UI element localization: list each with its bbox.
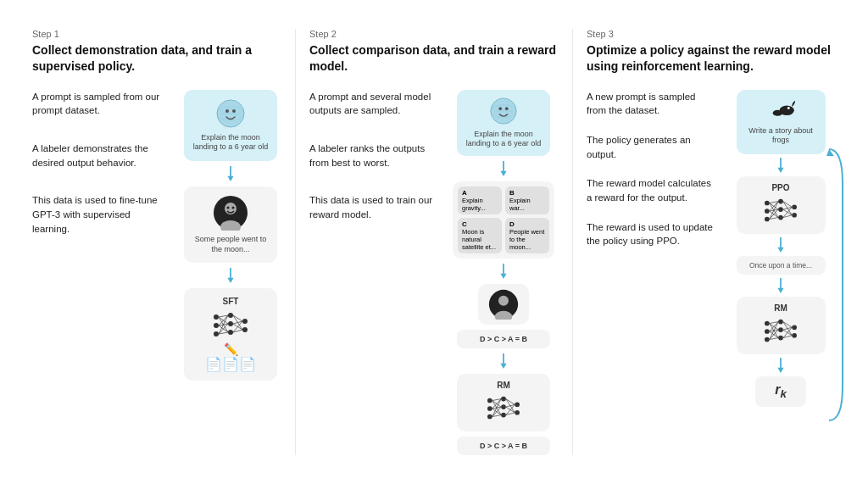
output-c-text: Moon is natural satellite et... xyxy=(462,228,498,251)
step-3-output-card: Once upon a time... xyxy=(737,256,826,275)
step-2-title: Collect comparison data, and train a rew… xyxy=(309,42,559,75)
step-2-ranking-text: D > C > A = B xyxy=(480,335,527,343)
step-2-arrow-2 xyxy=(498,264,509,279)
step-2-labeler-card xyxy=(478,284,529,325)
step-3-rm-label: RM xyxy=(774,303,787,313)
svg-point-107 xyxy=(765,329,770,334)
step-3-label: Step 3 xyxy=(587,29,836,39)
step-2-text-1: A labeler ranks the outputs from best to… xyxy=(309,142,438,170)
step-3-content: A new prompt is sampled from the dataset… xyxy=(587,90,836,407)
step-3-arrow-1 xyxy=(775,158,787,173)
svg-point-20 xyxy=(242,319,248,324)
step-2-arrow-1 xyxy=(498,161,509,176)
step-3-arrow-2 xyxy=(775,237,787,253)
svg-point-15 xyxy=(214,323,219,328)
svg-point-111 xyxy=(778,336,783,341)
step-1-sft-card: SFT xyxy=(184,288,277,381)
step-2-rm-label: RM xyxy=(497,381,510,390)
step-1-text-1: A labeler demonstrates the desired outpu… xyxy=(32,142,170,170)
step-2-label: Step 2 xyxy=(309,29,559,39)
svg-point-106 xyxy=(765,321,770,326)
svg-point-18 xyxy=(228,321,233,326)
svg-point-14 xyxy=(214,314,219,320)
svg-marker-103 xyxy=(777,248,783,253)
svg-point-83 xyxy=(778,207,783,212)
output-b-text: Explain war... xyxy=(509,197,545,212)
step-3-text-0: A new prompt is sampled from the dataset… xyxy=(587,90,715,118)
svg-point-82 xyxy=(778,199,783,204)
step-3-reward-val: rk xyxy=(755,376,806,407)
svg-point-112 xyxy=(792,325,797,330)
step-3-prompt-icon xyxy=(765,98,796,122)
step-1-content: A prompt is sampled from our prompt data… xyxy=(32,90,281,381)
step-2-text-2: This data is used to train our reward mo… xyxy=(309,193,438,221)
step-2-arrow-3 xyxy=(498,353,509,369)
svg-point-58 xyxy=(515,410,520,415)
step-2-content: A prompt and several model outputs are s… xyxy=(309,90,559,455)
svg-point-110 xyxy=(778,327,783,332)
svg-point-21 xyxy=(242,327,248,332)
svg-point-81 xyxy=(765,217,770,222)
svg-point-76 xyxy=(787,107,790,109)
diagram-container: Step 1 Collect demonstration data, and t… xyxy=(19,29,849,455)
svg-point-1 xyxy=(225,109,229,113)
step-2-text-0: A prompt and several model outputs are s… xyxy=(309,90,438,118)
step-1-prompt-card: Explain the moon landing to a 6 year old xyxy=(184,90,277,161)
step-2-prompt-label: Explain the moon landing to a 6 year old xyxy=(464,130,543,149)
svg-marker-50 xyxy=(500,364,506,369)
svg-marker-13 xyxy=(227,278,233,283)
output-c: C Moon is natural satellite et... xyxy=(458,218,502,253)
svg-point-16 xyxy=(214,331,219,337)
svg-point-75 xyxy=(773,109,783,115)
output-d-text: People went to the moon... xyxy=(509,228,545,251)
step-1-label: Step 1 xyxy=(32,29,281,39)
step-3-prompt-label: Write a story about frogs xyxy=(743,126,819,146)
step-2-rm-card: RM xyxy=(457,374,550,431)
step-3-text-2: The reward model calculates a reward for… xyxy=(587,176,715,204)
step-1-arrow-2 xyxy=(225,268,236,283)
step-3-text-3: The reward is used to update the policy … xyxy=(587,220,715,248)
step-2-final-ranking: D > C > A = B xyxy=(457,437,550,455)
output-a: A Explain gravity... xyxy=(458,186,502,214)
step-3-ppo-card: PPO xyxy=(737,176,826,234)
svg-point-17 xyxy=(228,313,233,318)
step-2-prompt-icon xyxy=(489,97,518,125)
svg-point-51 xyxy=(487,398,492,403)
output-d-key: D xyxy=(509,220,545,228)
step-2-visual-col: Explain the moon landing to a 6 year old… xyxy=(448,90,559,455)
step-3-ppo-label: PPO xyxy=(771,183,789,192)
output-d: D People went to the moon... xyxy=(505,218,549,253)
svg-point-108 xyxy=(765,337,770,342)
step-3-text-1: The policy generates an output. xyxy=(587,133,715,161)
step-3-ppo-network-icon xyxy=(760,195,802,227)
svg-point-2 xyxy=(232,109,236,113)
step-1-arrow-1 xyxy=(225,166,236,181)
svg-point-79 xyxy=(765,201,770,206)
svg-marker-6 xyxy=(227,176,233,181)
svg-point-113 xyxy=(792,333,797,338)
step-3-visual: Write a story about frogs PPO xyxy=(726,90,836,407)
svg-point-57 xyxy=(515,402,520,407)
step-1-column: Step 1 Collect demonstration data, and t… xyxy=(19,29,296,455)
output-b-key: B xyxy=(509,189,545,197)
step-2-prompt-card: Explain the moon landing to a 6 year old xyxy=(457,90,550,156)
step-2-ranking-badge: D > C > A = B xyxy=(457,330,550,348)
step-1-network-icon xyxy=(209,309,252,342)
svg-point-19 xyxy=(228,330,233,335)
step-1-text-2: This data is used to fine-tune GPT-3 wit… xyxy=(32,193,170,236)
svg-point-52 xyxy=(487,406,492,411)
svg-line-68 xyxy=(506,399,515,405)
svg-marker-43 xyxy=(500,171,506,176)
step-3-title: Optimize a policy against the reward mod… xyxy=(587,42,836,75)
svg-point-109 xyxy=(778,320,783,325)
step-3-visual-col: Write a story about frogs PPO xyxy=(726,90,836,407)
step-1-pencil-icon: ✏️ xyxy=(224,342,238,356)
output-a-key: A xyxy=(462,189,498,197)
step-1-text-0: A prompt is sampled from our prompt data… xyxy=(32,90,170,118)
step-3-output-text: Once upon a time... xyxy=(749,261,812,270)
svg-point-56 xyxy=(501,413,506,418)
svg-point-39 xyxy=(505,107,509,110)
step-3-prompt-card: Write a story about frogs xyxy=(737,90,826,154)
svg-marker-130 xyxy=(777,368,783,373)
step-3-rm-network-icon xyxy=(760,315,802,348)
